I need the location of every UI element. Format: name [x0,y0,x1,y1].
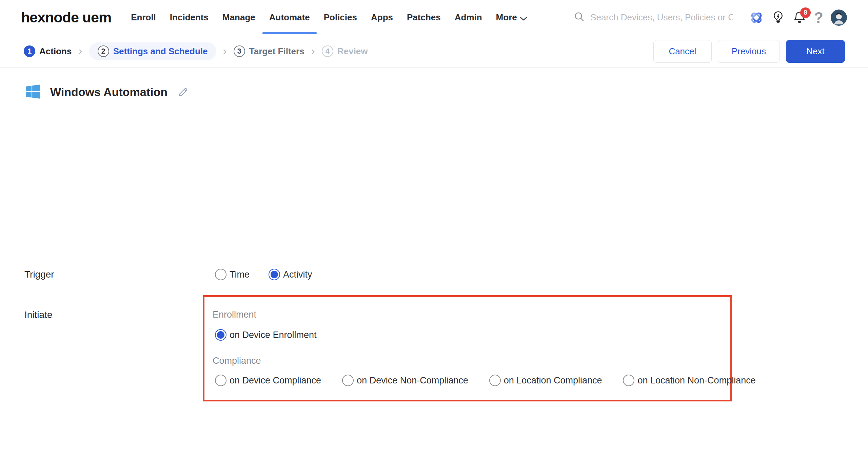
nav-item-patches[interactable]: Patches [407,0,441,35]
nav-item-enroll[interactable]: Enroll [131,0,156,35]
radio-activity[interactable] [269,269,280,280]
enrollment-group-heading: Enrollment [213,309,256,320]
step-number: 2 [98,45,109,57]
nav-item-label: Manage [222,12,255,23]
help-question-mark: ? [814,10,823,25]
edit-pencil-icon[interactable] [177,87,189,98]
wizard-stepper-bar: 1 Actions › 2 Settings and Schedule › 3 … [0,35,868,68]
nav-item-policies[interactable]: Policies [324,0,357,35]
hexnode-gears-icon[interactable] [749,10,764,25]
nav-item-label: Incidents [170,12,209,23]
radio-label: on Device Non-Compliance [357,375,468,386]
nav-item-label: Patches [407,12,441,23]
compliance-options: on Device Compliance on Device Non-Compl… [215,375,756,386]
initiate-highlight-box: Enrollment on Device Enrollment Complian… [203,295,732,401]
navbar-right: 8 ? [573,10,847,26]
windows-logo-icon [26,84,40,100]
next-button[interactable]: Next [786,40,845,63]
radio-time[interactable] [215,269,226,280]
radio-on-location-non-compliance[interactable] [623,375,634,386]
hexnode-logo-text[interactable]: hexnode uem [21,9,111,26]
stepper: 1 Actions › 2 Settings and Schedule › 3 … [24,42,368,60]
lightbulb-icon[interactable] [771,10,785,25]
option-on-device-enrollment[interactable]: on Device Enrollment [215,329,317,341]
cancel-button[interactable]: Cancel [653,40,712,63]
step-label: Target Filters [249,46,304,57]
trigger-options: Time Activity [215,269,312,280]
step-label: Settings and Schedule [113,46,208,57]
nav-item-apps[interactable]: Apps [371,0,393,35]
nav-item-label: Policies [324,12,357,23]
nav-item-label: Admin [455,12,482,23]
chevron-right-icon: › [223,45,227,58]
nav-item-automate[interactable]: Automate [269,0,310,35]
option-on-location-compliance[interactable]: on Location Compliance [489,375,602,386]
option-on-location-non-compliance[interactable]: on Location Non-Compliance [623,375,755,386]
step-settings-and-schedule[interactable]: 2 Settings and Schedule [89,42,216,60]
chevron-right-icon: › [78,45,82,58]
step-label: Review [337,46,368,57]
initiate-field-label: Initiate [24,309,53,320]
radio-label: Time [230,269,250,280]
radio-on-location-compliance[interactable] [489,375,501,386]
page-title: Windows Automation [50,86,167,99]
step-review[interactable]: 4 Review [322,45,368,57]
radio-on-device-non-compliance[interactable] [342,375,354,386]
step-target-filters[interactable]: 3 Target Filters [234,45,304,57]
nav-item-label: More [496,12,517,23]
option-on-device-compliance[interactable]: on Device Compliance [215,375,321,386]
chevron-down-icon [520,13,527,23]
radio-label: Activity [283,269,312,280]
wizard-actions: Cancel Previous Next [653,40,845,63]
previous-button[interactable]: Previous [718,40,780,63]
global-search[interactable] [573,11,733,24]
step-label: Actions [39,46,72,57]
settings-form: Trigger Time Activity Initiate Enrollmen… [0,117,868,472]
nav-item-admin[interactable]: Admin [455,0,482,35]
radio-on-device-compliance[interactable] [215,375,226,386]
help-icon[interactable]: ? [814,10,823,25]
compliance-group-heading: Compliance [213,356,261,366]
trigger-field-label: Trigger [24,269,54,280]
trigger-option-time[interactable]: Time [215,269,250,280]
radio-label: on Device Compliance [230,375,321,386]
nav-item-label: Apps [371,12,393,23]
user-avatar[interactable] [831,10,847,26]
nav-item-label: Automate [269,12,310,23]
search-input[interactable] [590,12,733,23]
radio-on-device-enrollment[interactable] [215,329,226,341]
radio-label: on Location Compliance [504,375,602,386]
enrollment-options: on Device Enrollment [215,329,317,341]
notifications-bell-icon[interactable]: 8 [792,10,807,25]
nav-item-manage[interactable]: Manage [222,0,255,35]
step-number: 4 [322,45,333,57]
search-icon [573,11,586,24]
step-actions[interactable]: 1 Actions [24,45,72,57]
radio-label: on Device Enrollment [230,330,317,340]
step-number: 1 [24,45,35,57]
nav-item-label: Enroll [131,12,156,23]
option-on-device-non-compliance[interactable]: on Device Non-Compliance [342,375,468,386]
chevron-right-icon: › [311,45,315,58]
automation-title-row: Windows Automation [0,68,868,117]
navbar-icons: 8 ? [749,10,847,26]
step-number: 3 [234,45,245,57]
trigger-option-activity[interactable]: Activity [269,269,312,280]
radio-label: on Location Non-Compliance [637,375,755,386]
nav-item-more[interactable]: More [496,0,527,35]
top-navbar: hexnode uem Enroll Incidents Manage Auto… [0,0,868,35]
notification-badge: 8 [800,7,811,18]
nav-item-incidents[interactable]: Incidents [170,0,209,35]
main-nav: Enroll Incidents Manage Automate Policie… [131,0,527,35]
